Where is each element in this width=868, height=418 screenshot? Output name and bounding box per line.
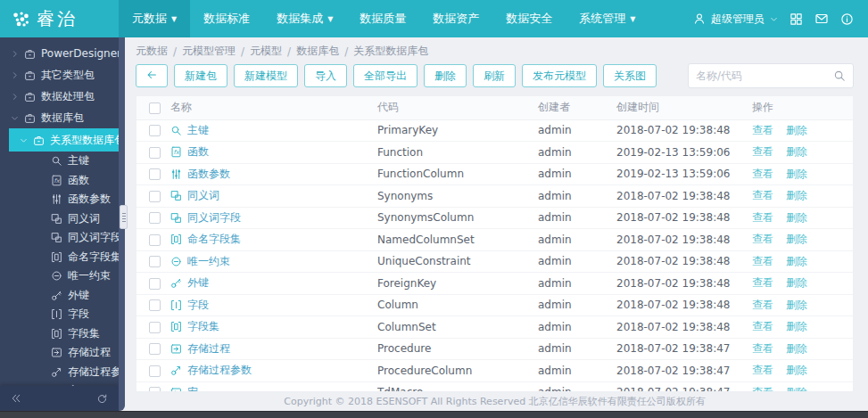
- row-name-link[interactable]: 字段集: [170, 319, 377, 334]
- view-link[interactable]: 查看: [752, 342, 773, 355]
- toolbar-button[interactable]: 新建包: [174, 64, 227, 87]
- sidebar-item[interactable]: fx函数: [0, 171, 119, 191]
- row-checkbox[interactable]: [149, 299, 161, 311]
- chevron-down-icon[interactable]: [11, 114, 19, 122]
- sidebar-item[interactable]: 主键: [0, 152, 119, 171]
- view-link[interactable]: 查看: [752, 386, 773, 392]
- delete-link[interactable]: 删除: [786, 168, 807, 180]
- delete-link[interactable]: 删除: [786, 276, 807, 289]
- delete-link[interactable]: 删除: [786, 124, 807, 136]
- refresh-tree-icon[interactable]: [96, 393, 108, 405]
- breadcrumb-item[interactable]: 元数据: [136, 44, 168, 59]
- delete-link[interactable]: 删除: [786, 364, 807, 376]
- toolbar-button[interactable]: 发布元模型: [522, 64, 597, 87]
- row-checkbox[interactable]: [149, 343, 161, 355]
- toolbar-button[interactable]: 导入: [304, 64, 347, 87]
- breadcrumb-item[interactable]: 关系型数据库包: [353, 44, 428, 59]
- chevron-right-icon[interactable]: [11, 93, 19, 101]
- delete-link[interactable]: 删除: [786, 320, 807, 332]
- nav-item[interactable]: 数据质量: [346, 0, 419, 37]
- sidebar-item[interactable]: PowerDesigner包: [0, 43, 119, 64]
- toolbar-button[interactable]: 新建模型: [234, 64, 298, 87]
- nav-item[interactable]: 数据资产: [419, 0, 492, 37]
- sidebar-item[interactable]: 字段: [0, 305, 119, 324]
- row-checkbox[interactable]: [149, 234, 161, 246]
- row-checkbox[interactable]: [149, 365, 161, 377]
- breadcrumb-item[interactable]: 元模型: [250, 44, 282, 59]
- chevron-down-icon[interactable]: [20, 136, 28, 144]
- sidebar-item[interactable]: 外键: [0, 286, 119, 306]
- nav-item[interactable]: 数据安全: [492, 0, 566, 37]
- sidebar-item[interactable]: 存储过程: [0, 343, 119, 363]
- sidebar-item[interactable]: 字段集: [0, 324, 119, 344]
- view-link[interactable]: 查看: [752, 299, 773, 311]
- sidebar-item[interactable]: 其它类型包: [0, 64, 119, 86]
- delete-link[interactable]: 删除: [786, 386, 807, 392]
- search-icon[interactable]: [833, 70, 846, 82]
- row-checkbox[interactable]: [149, 147, 161, 159]
- row-checkbox[interactable]: [149, 256, 161, 267]
- delete-link[interactable]: 删除: [786, 145, 807, 158]
- delete-link[interactable]: 删除: [786, 211, 807, 224]
- view-link[interactable]: 查看: [752, 145, 773, 158]
- user-menu[interactable]: 超级管理员: [693, 12, 778, 27]
- breadcrumb-item[interactable]: 数据库包: [296, 44, 339, 59]
- toolbar-button[interactable]: 全部导出: [353, 64, 417, 87]
- collapse-sidebar-icon[interactable]: [11, 393, 21, 404]
- view-link[interactable]: 查看: [752, 364, 773, 376]
- row-checkbox[interactable]: [149, 125, 161, 136]
- delete-link[interactable]: 删除: [786, 189, 807, 201]
- sidebar-item[interactable]: 数据处理包: [0, 86, 119, 107]
- row-name-link[interactable]: 字段: [170, 298, 377, 313]
- search-input[interactable]: [696, 70, 833, 82]
- row-checkbox[interactable]: [149, 191, 161, 202]
- row-name-link[interactable]: 同义词: [170, 188, 377, 203]
- info-icon[interactable]: [840, 12, 854, 26]
- sidebar-item[interactable]: 同义词字段: [0, 228, 119, 248]
- sidebar-item[interactable]: 函数参数: [0, 190, 119, 209]
- view-link[interactable]: 查看: [752, 320, 773, 332]
- qr-code-icon[interactable]: [789, 12, 803, 26]
- view-link[interactable]: 查看: [752, 233, 773, 245]
- row-name-link[interactable]: fx函数: [170, 144, 377, 160]
- sidebar-item[interactable]: 唯一约束: [0, 266, 119, 286]
- row-checkbox[interactable]: [149, 212, 161, 224]
- view-link[interactable]: 查看: [752, 124, 773, 136]
- view-link[interactable]: 查看: [752, 276, 773, 289]
- sidebar-item[interactable]: 同义词: [0, 209, 119, 229]
- row-name-link[interactable]: 外键: [170, 275, 377, 291]
- toolbar-button[interactable]: 关系图: [603, 64, 657, 87]
- select-all-checkbox[interactable]: [149, 102, 161, 114]
- view-link[interactable]: 查看: [752, 189, 773, 201]
- row-checkbox[interactable]: [149, 278, 161, 290]
- delete-link[interactable]: 删除: [786, 233, 807, 245]
- row-name-link[interactable]: 同义词字段: [170, 210, 377, 225]
- row-name-link[interactable]: 宏: [170, 385, 377, 392]
- breadcrumb-item[interactable]: 元模型管理: [182, 44, 236, 59]
- nav-item[interactable]: 系统管理▼: [566, 0, 649, 37]
- row-name-link[interactable]: 存储过程: [170, 341, 377, 357]
- nav-item[interactable]: 数据标准: [190, 0, 263, 37]
- row-name-link[interactable]: 命名字段集: [170, 232, 377, 247]
- row-name-link[interactable]: 主键: [170, 123, 377, 138]
- view-link[interactable]: 查看: [752, 211, 773, 224]
- toolbar-button[interactable]: 刷新: [473, 64, 516, 87]
- sidebar-resize-handle[interactable]: [120, 205, 128, 229]
- delete-link[interactable]: 删除: [786, 255, 807, 267]
- row-checkbox[interactable]: [149, 168, 161, 180]
- row-name-link[interactable]: 唯一约束: [170, 254, 377, 269]
- mail-icon[interactable]: [814, 12, 829, 26]
- delete-link[interactable]: 删除: [786, 299, 807, 311]
- delete-link[interactable]: 删除: [786, 342, 807, 355]
- nav-item[interactable]: 数据集成▼: [263, 0, 346, 37]
- nav-item[interactable]: 元数据▼: [119, 0, 190, 37]
- row-name-link[interactable]: 存储过程参数: [170, 363, 377, 378]
- view-link[interactable]: 查看: [752, 255, 773, 267]
- row-checkbox[interactable]: [149, 322, 161, 333]
- sidebar-item[interactable]: 命名字段集: [0, 248, 119, 267]
- view-link[interactable]: 查看: [752, 168, 773, 180]
- chevron-right-icon[interactable]: [11, 50, 19, 58]
- sidebar-item[interactable]: 关系型数据库包: [9, 128, 119, 152]
- toolbar-button[interactable]: 删除: [424, 64, 467, 87]
- chevron-right-icon[interactable]: [11, 71, 19, 79]
